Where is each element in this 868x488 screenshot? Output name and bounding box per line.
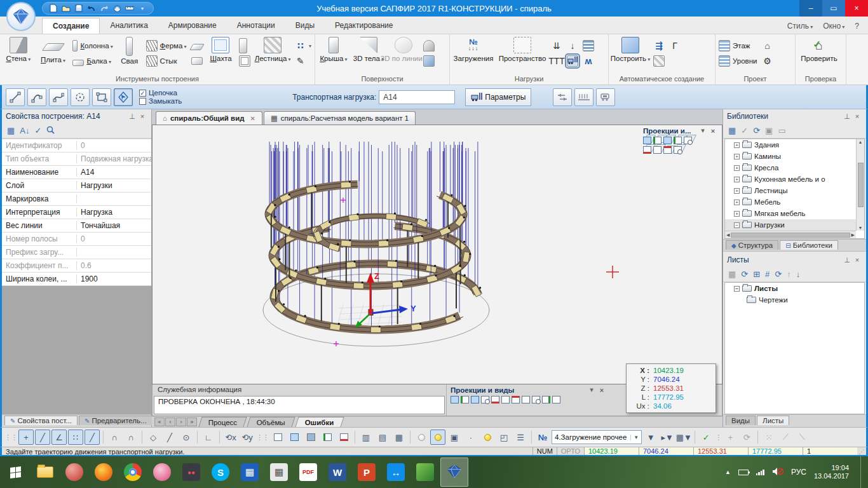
app-logo-icon[interactable] bbox=[6, 2, 36, 31]
taskbar-firefox[interactable] bbox=[90, 458, 118, 487]
column-tool-button[interactable]: Колонна bbox=[71, 39, 114, 53]
mirror-button[interactable]: ⟋ bbox=[778, 430, 793, 445]
close-panel-icon[interactable]: × bbox=[852, 256, 862, 264]
tab-annotations[interactable]: Аннотации bbox=[227, 18, 285, 34]
property-row[interactable]: Идентификатор0 bbox=[2, 139, 151, 152]
levels-button[interactable]: Уровни bbox=[717, 54, 759, 68]
tree-item[interactable]: +Мягкая мебель bbox=[725, 208, 864, 219]
section-x-button[interactable]: ▥ bbox=[358, 430, 374, 445]
refresh-sheet-icon[interactable]: ⟳ bbox=[775, 269, 782, 279]
start-button[interactable] bbox=[0, 456, 31, 488]
taskbar-player-app[interactable]: ●● bbox=[177, 458, 205, 487]
taskbar-powerpoint[interactable]: P bbox=[353, 458, 381, 487]
horizontal-scrollbar[interactable]: ◀▶ bbox=[725, 231, 856, 238]
view-top-button[interactable] bbox=[512, 396, 520, 403]
close-button[interactable]: × bbox=[845, 0, 868, 17]
rotate-x-button[interactable]: ⟲x bbox=[223, 430, 238, 445]
undo-icon[interactable] bbox=[87, 4, 96, 13]
load-space-button[interactable]: Пространство bbox=[496, 35, 548, 74]
view-corner-cube-button[interactable] bbox=[320, 430, 335, 445]
distributed-load-button[interactable]: ⇊ bbox=[549, 39, 564, 53]
zoom-window-button[interactable] bbox=[481, 396, 489, 403]
toolbar-grip[interactable]: ⋮ bbox=[715, 433, 721, 442]
property-row[interactable]: Маркировка bbox=[2, 193, 151, 206]
tree-item-sheets-root[interactable]: −Листы bbox=[725, 283, 864, 294]
auto-stairs-button[interactable] bbox=[651, 54, 667, 68]
dock-tab-structure[interactable]: ◆Структура bbox=[726, 240, 778, 250]
settings-list-icon[interactable]: ▦ bbox=[728, 126, 736, 135]
snap-angle-button[interactable]: ∠ bbox=[51, 430, 67, 445]
slab-tool-button[interactable]: Плита bbox=[36, 35, 71, 74]
dome-tool-button[interactable] bbox=[421, 39, 437, 53]
publish-icon[interactable] bbox=[112, 4, 121, 13]
property-row[interactable]: СлойНагрузки bbox=[2, 179, 151, 193]
move-points-button[interactable]: ⁙ bbox=[761, 430, 776, 445]
dock-tab-preview[interactable]: ✎Предваритель... bbox=[79, 416, 153, 425]
doc-tab-calc-model[interactable]: ▦ спираль:Расчетная модель вариант 1 bbox=[264, 111, 416, 125]
view-top-button[interactable] bbox=[663, 146, 672, 154]
close-loop-checkbox-row[interactable]: Замыкать bbox=[139, 97, 182, 105]
collapse-icon[interactable]: ▾ bbox=[698, 126, 708, 135]
toolbar-grip[interactable]: ⋮⋮ bbox=[4, 433, 17, 442]
view-wire-cube-button[interactable] bbox=[270, 430, 285, 445]
property-row[interactable]: Ширина колеи, ...1900 bbox=[2, 273, 151, 286]
property-row[interactable]: ИнтерпретацияНагрузка bbox=[2, 206, 151, 219]
tab-errors[interactable]: Ошибки bbox=[295, 417, 344, 427]
open-icon[interactable] bbox=[62, 4, 71, 13]
tab-volumes[interactable]: Объёмы bbox=[247, 417, 295, 427]
parameters-button[interactable]: Параметры bbox=[465, 88, 531, 106]
snap-segment-button[interactable]: ╱ bbox=[85, 430, 100, 445]
truss-tool-button[interactable]: Ферма bbox=[144, 39, 189, 53]
view-front-button[interactable] bbox=[643, 137, 651, 144]
help-button[interactable]: ? bbox=[855, 22, 859, 30]
tab-editing[interactable]: Редактирование bbox=[325, 18, 403, 34]
surface-tool-button[interactable] bbox=[421, 54, 437, 68]
categorize-icon[interactable]: ▦ bbox=[7, 126, 15, 135]
load-stack-button[interactable] bbox=[581, 39, 596, 53]
material-box-button[interactable]: ◰ bbox=[496, 430, 512, 445]
line-load-button[interactable]: ΤΤΤ bbox=[549, 54, 564, 68]
view-bottom-button[interactable] bbox=[491, 396, 499, 403]
property-row[interactable]: НаименованиеA14 bbox=[2, 166, 151, 179]
tree-item[interactable]: +Здания bbox=[725, 139, 864, 151]
property-row[interactable]: Префикс загру... bbox=[2, 246, 151, 259]
low-wall-tool-button[interactable] bbox=[189, 54, 205, 68]
view-shaded-cube-button[interactable] bbox=[303, 430, 318, 445]
auto-piles-button[interactable]: ⇶ bbox=[651, 39, 667, 53]
lamp-button[interactable] bbox=[480, 430, 495, 445]
maximize-button[interactable]: ▭ bbox=[822, 0, 845, 17]
chain-checkbox-row[interactable]: ✓Цепочка bbox=[139, 89, 182, 97]
apply-icon[interactable]: ✓ bbox=[741, 126, 748, 135]
view-left-button[interactable] bbox=[461, 396, 469, 403]
vehicle-button[interactable] bbox=[596, 88, 615, 106]
new-sheet-icon[interactable]: ⊞ bbox=[753, 269, 760, 279]
mirror2-button[interactable]: ⟍ bbox=[794, 430, 810, 445]
shaft-tool-button[interactable]: Шахта bbox=[205, 35, 237, 74]
select-mode-button[interactable] bbox=[114, 88, 133, 106]
transport-load-input[interactable] bbox=[379, 90, 455, 104]
tab-views[interactable]: Виды bbox=[285, 18, 325, 34]
view-bottom-button[interactable] bbox=[643, 146, 651, 154]
volume-muted-icon[interactable] bbox=[772, 467, 783, 478]
layers-button[interactable]: ☰ bbox=[513, 430, 528, 445]
tree-item[interactable]: +Лестницы bbox=[725, 185, 864, 196]
tab-reinforcement[interactable]: Армирование bbox=[158, 18, 227, 34]
scroll-thumb[interactable] bbox=[858, 163, 864, 207]
show-desktop-button[interactable] bbox=[860, 456, 864, 488]
solid3d-by-line-tool-button[interactable]: 3D по линии bbox=[386, 35, 421, 74]
window-tool-button[interactable] bbox=[237, 54, 252, 68]
snap-points-button[interactable]: ∷ bbox=[68, 430, 83, 445]
sort-icon[interactable]: А↓ bbox=[20, 126, 29, 135]
move-down-icon[interactable]: ↓ bbox=[796, 269, 801, 279]
stairs-tool-button[interactable]: Лестница bbox=[253, 35, 292, 74]
view-pair2-button[interactable] bbox=[674, 137, 682, 144]
collapse-icon[interactable]: ▾ bbox=[587, 386, 597, 394]
minimize-button[interactable]: – bbox=[799, 0, 822, 17]
light-on-button[interactable] bbox=[430, 430, 445, 445]
magnet-object-button[interactable]: ∩ bbox=[123, 430, 139, 445]
taskbar-pdf-reader[interactable]: PDF bbox=[294, 458, 322, 487]
dock-tab-views[interactable]: Виды bbox=[726, 416, 756, 425]
crane-button[interactable]: Γ bbox=[667, 39, 682, 53]
check-model-button[interactable]: ⌂Проверить bbox=[797, 35, 841, 74]
view-iso-button[interactable] bbox=[653, 146, 661, 154]
